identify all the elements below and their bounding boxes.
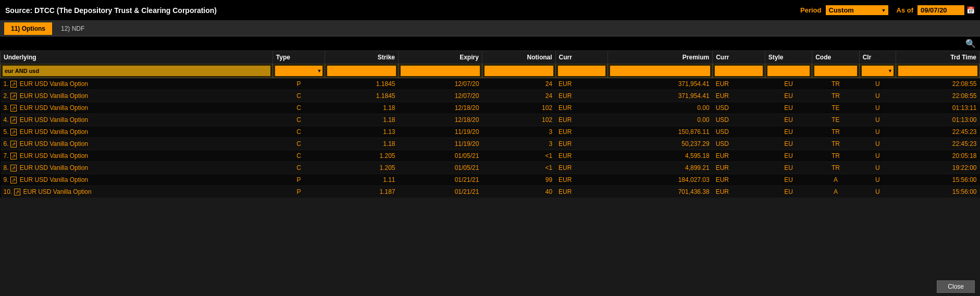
ext-link-icon[interactable]: ⇗: [10, 105, 17, 112]
cell-clr: U: [859, 102, 896, 114]
table-row[interactable]: 4. ⇗EUR USD Vanilla OptionC1.1812/18/201…: [1, 114, 980, 126]
underlying-cell: 3. ⇗EUR USD Vanilla Option: [1, 102, 273, 114]
cell-code: TR: [812, 126, 859, 138]
underlying-cell: 8. ⇗EUR USD Vanilla Option: [1, 162, 273, 174]
top-bar: Source: DTCC (The Depository Trust & Cle…: [0, 0, 980, 21]
cell-prem-curr: USD: [713, 138, 765, 150]
period-dropdown-wrapper[interactable]: Custom Daily Weekly Monthly: [826, 5, 888, 15]
cell-code: TR: [812, 162, 859, 174]
cell-clr: U: [859, 174, 896, 186]
cell-premium: 371,954.41: [608, 90, 713, 102]
cell-notional: 102: [482, 102, 555, 114]
table-row[interactable]: 7. ⇗EUR USD Vanilla OptionC1.20501/05/21…: [1, 150, 980, 162]
cell-strike: 1.187: [325, 186, 399, 198]
search-icon[interactable]: 🔍: [965, 39, 976, 48]
cell-code: TR: [812, 90, 859, 102]
row-number: 6.: [4, 140, 10, 147]
cell-trd-time: 22:45:23: [896, 126, 980, 138]
cell-strike: 1.205: [325, 150, 399, 162]
table-row[interactable]: 9. ⇗EUR USD Vanilla OptionP1.1101/21/219…: [1, 174, 980, 186]
cell-style: EU: [765, 186, 812, 198]
cell-curr: EUR: [555, 78, 608, 90]
cell-curr: EUR: [555, 126, 608, 138]
cell-expiry: 11/19/20: [399, 126, 482, 138]
cell-notional: 99: [482, 174, 555, 186]
cell-prem-curr: EUR: [713, 174, 765, 186]
table-row[interactable]: 2. ⇗EUR USD Vanilla OptionC1.184512/07/2…: [1, 90, 980, 102]
cell-expiry: 11/19/20: [399, 138, 482, 150]
cell-strike: 1.18: [325, 102, 399, 114]
cell-notional: 24: [482, 90, 555, 102]
as-of-date[interactable]: 09/07/20: [917, 5, 964, 15]
cell-strike: 1.1845: [325, 78, 399, 90]
filter-strike-cell: [325, 64, 399, 78]
cell-code: A: [812, 186, 859, 198]
cell-type: C: [272, 90, 325, 102]
ext-link-icon[interactable]: ⇗: [10, 153, 17, 159]
cell-expiry: 01/21/21: [399, 174, 482, 186]
underlying-name: EUR USD Vanilla Option: [20, 116, 88, 124]
table-row[interactable]: 10. ⇗EUR USD Vanilla OptionP1.18701/21/2…: [1, 186, 980, 198]
table-row[interactable]: 5. ⇗EUR USD Vanilla OptionC1.1311/19/203…: [1, 126, 980, 138]
cell-type: C: [272, 162, 325, 174]
col-underlying: Underlying: [1, 51, 273, 64]
cell-prem-curr: USD: [713, 102, 765, 114]
filter-type-arrow[interactable]: ▼: [317, 68, 322, 73]
cell-strike: 1.205: [325, 162, 399, 174]
cell-clr: U: [859, 90, 896, 102]
cell-strike: 1.18: [325, 138, 399, 150]
filter-notional-cell: [482, 64, 555, 78]
filter-code-cell: [812, 64, 859, 78]
underlying-cell: 5. ⇗EUR USD Vanilla Option: [1, 126, 273, 138]
table-row[interactable]: 1. ⇗EUR USD Vanilla OptionP1.184512/07/2…: [1, 78, 980, 90]
cell-clr: U: [859, 186, 896, 198]
ext-link-icon[interactable]: ⇗: [10, 177, 17, 183]
table-body: 1. ⇗EUR USD Vanilla OptionP1.184512/07/2…: [1, 78, 980, 198]
row-number: 4.: [4, 116, 10, 124]
cell-premium: 701,436.38: [608, 186, 713, 198]
source-title: Source: DTCC (The Depository Trust & Cle…: [5, 6, 800, 15]
cell-notional: 3: [482, 126, 555, 138]
filter-trdtime-cell: [896, 64, 980, 78]
ext-link-icon[interactable]: ⇗: [10, 141, 17, 147]
cell-prem-curr: EUR: [713, 90, 765, 102]
underlying-name: EUR USD Vanilla Option: [23, 188, 92, 195]
table-container: Underlying Type Strike Expiry Notional C…: [0, 51, 980, 198]
cell-curr: EUR: [555, 162, 608, 174]
cell-prem-curr: EUR: [713, 150, 765, 162]
calendar-icon[interactable]: 📅: [966, 6, 975, 14]
cell-code: TE: [812, 102, 859, 114]
col-code: Code: [812, 51, 859, 64]
ext-link-icon[interactable]: ⇗: [10, 117, 17, 124]
tab-options[interactable]: 11) Options: [4, 22, 52, 35]
col-premium: Premium: [608, 51, 713, 64]
table-row[interactable]: 8. ⇗EUR USD Vanilla OptionC1.20501/05/21…: [1, 162, 980, 174]
filter-underlying-input[interactable]: [3, 66, 270, 76]
underlying-name: EUR USD Vanilla Option: [20, 128, 88, 135]
cell-premium: 0.00: [608, 114, 713, 126]
cell-clr: U: [859, 150, 896, 162]
underlying-cell: 4. ⇗EUR USD Vanilla Option: [1, 114, 273, 126]
ext-link-icon[interactable]: ⇗: [10, 93, 17, 100]
period-select[interactable]: Custom Daily Weekly Monthly: [826, 5, 888, 15]
filter-clr-cell: ▼: [859, 64, 896, 78]
cell-expiry: 12/18/20: [399, 114, 482, 126]
table-row[interactable]: 3. ⇗EUR USD Vanilla OptionC1.1812/18/201…: [1, 102, 980, 114]
cell-trd-time: 01:13:00: [896, 114, 980, 126]
row-number: 2.: [4, 92, 10, 100]
ext-link-icon[interactable]: ⇗: [10, 81, 17, 88]
ext-link-icon[interactable]: ⇗: [10, 165, 17, 171]
ext-link-icon[interactable]: ⇗: [10, 129, 17, 135]
table-row[interactable]: 6. ⇗EUR USD Vanilla OptionC1.1811/19/203…: [1, 138, 980, 150]
ext-link-icon[interactable]: ⇗: [14, 189, 20, 195]
cell-type: C: [272, 138, 325, 150]
cell-prem-curr: USD: [713, 126, 765, 138]
underlying-name: EUR USD Vanilla Option: [20, 92, 88, 100]
filter-clr-arrow[interactable]: ▼: [888, 68, 894, 73]
cell-prem-curr: EUR: [713, 78, 765, 90]
cell-curr: EUR: [555, 138, 608, 150]
close-button[interactable]: Close: [937, 280, 975, 293]
search-row: 🔍: [0, 36, 980, 51]
cell-expiry: 12/07/20: [399, 90, 482, 102]
tab-ndf[interactable]: 12) NDF: [54, 22, 91, 35]
